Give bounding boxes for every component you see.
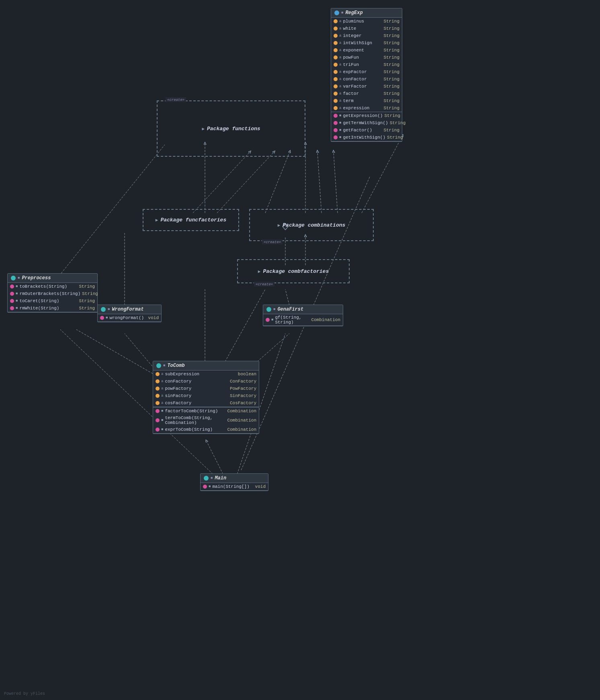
method-icon: [334, 128, 338, 132]
svg-line-17: [207, 442, 223, 474]
table-row: a factor String: [331, 90, 402, 97]
field-icon: [334, 99, 338, 103]
field-icon: [156, 394, 160, 398]
table-row: a varFactor String: [331, 83, 402, 90]
table-row: a subExpression boolean: [153, 370, 259, 378]
main-title: Main: [215, 475, 226, 481]
main-icon: [204, 476, 209, 481]
preprocess-icon: [11, 276, 16, 280]
table-row: a pluminus String: [331, 18, 402, 25]
method-icon: [10, 292, 14, 296]
wrongformat-icon: [101, 307, 106, 312]
regexp-title: RegExp: [345, 10, 362, 16]
svg-line-10: [225, 289, 265, 362]
method-icon: [156, 418, 160, 422]
field-icon: [334, 41, 338, 45]
svg-line-13: [285, 289, 289, 305]
table-row: ■ main(String[]) void: [201, 483, 268, 490]
table-row: ■ toBrackets(String) String: [8, 283, 97, 290]
field-icon: [334, 70, 338, 74]
method-icon: [203, 485, 207, 489]
table-row: ■ rmWhite(String) String: [8, 305, 97, 312]
table-row: a cosFactory CosFactory: [153, 399, 259, 407]
table-row: ■ rmOuterBrackets(String) String: [8, 290, 97, 297]
table-row: ■ factorToComb(String) Combination: [153, 407, 259, 415]
regexp-icon: [334, 10, 339, 15]
field-icon: [334, 19, 338, 23]
field-icon: [156, 387, 160, 391]
method-icon: [334, 114, 338, 118]
main-methods: ■ main(String[]) void: [201, 483, 268, 491]
svg-line-24: [265, 153, 289, 213]
field-icon: [156, 379, 160, 383]
genafirst-methods: ■ gf(String, String) Combination: [263, 314, 343, 326]
field-icon: [334, 77, 338, 81]
svg-line-6: [362, 137, 402, 213]
wrongformat-header: ■ WrongFormat: [98, 305, 161, 314]
table-row: a term String: [331, 97, 402, 104]
regexp-header: ■ RegExp: [331, 8, 402, 18]
table-row: ■ wrongFormat() void: [98, 314, 161, 321]
method-icon: [334, 121, 338, 125]
field-icon: [334, 48, 338, 52]
main-box: ■ Main ■ main(String[]) void: [200, 473, 268, 491]
field-icon: [156, 401, 160, 405]
table-row: ■ getExpression() String: [331, 112, 402, 119]
genafirst-header: ■ GenaFirst: [263, 305, 343, 314]
table-row: a sinFactory SinFactory: [153, 392, 259, 399]
field-icon: [334, 27, 338, 31]
tocomb-box: ■ ToComb a subExpression boolean a conFa…: [153, 361, 259, 434]
table-row: a conFactor String: [331, 76, 402, 83]
method-icon: [100, 316, 104, 320]
svg-line-23: [217, 153, 273, 213]
preprocess-header: ■ Preprocess: [8, 274, 97, 283]
tocomb-header: ■ ToComb: [153, 361, 259, 370]
genafirst-icon: [266, 307, 271, 312]
field-icon: [334, 63, 338, 67]
field-icon: [334, 106, 338, 110]
table-row: ■ exprToComb(String) Combination: [153, 426, 259, 433]
tocomb-fields: a subExpression boolean a conFactory Con…: [153, 370, 259, 407]
preprocess-title: Preprocess: [22, 275, 51, 281]
genafirst-box: ■ GenaFirst ■ gf(String, String) Combina…: [263, 305, 343, 326]
wrongformat-box: ■ WrongFormat ■ wrongFormat() void: [97, 305, 162, 322]
table-row: a integer String: [331, 32, 402, 39]
preprocess-methods: ■ toBrackets(String) String ■ rmOuterBra…: [8, 283, 97, 312]
table-row: a white String: [331, 25, 402, 32]
table-row: ■ getIntWithSign() String: [331, 134, 402, 141]
method-icon: [10, 285, 14, 289]
svg-line-26: [334, 153, 338, 213]
method-icon: [334, 135, 338, 139]
table-row: a powFun String: [331, 54, 402, 61]
regexp-methods: ■ getExpression() String ■ getTermWithSi…: [331, 112, 402, 141]
regexp-fields: a pluminus String a white String a integ…: [331, 18, 402, 112]
table-row: a expression String: [331, 104, 402, 112]
tocomb-title: ToComb: [167, 363, 184, 368]
table-row: ■ getTermWithSign() String: [331, 119, 402, 127]
svg-line-14: [257, 334, 289, 362]
svg-line-22: [193, 153, 249, 213]
method-icon: [266, 318, 270, 322]
table-row: ■ toCaret(String) String: [8, 297, 97, 305]
field-icon: [334, 34, 338, 38]
table-row: a triFun String: [331, 61, 402, 68]
field-icon: [334, 55, 338, 59]
pkg-functions-box: ▶ Package functions «create»: [157, 100, 305, 157]
method-icon: [10, 299, 14, 303]
regexp-box: ■ RegExp a pluminus String a white Strin…: [331, 8, 402, 142]
wrongformat-methods: ■ wrongFormat() void: [98, 314, 161, 322]
method-icon: [156, 409, 160, 413]
pkg-combinations-box: ▶ Package combinations «create»: [249, 209, 374, 241]
preprocess-box: ■ Preprocess ■ toBrackets(String) String…: [7, 273, 98, 313]
table-row: a expFactor String: [331, 68, 402, 76]
table-row: ■ gf(String, String) Combination: [263, 314, 343, 325]
tocomb-icon: [156, 363, 161, 368]
pkg-funcfactories-box: ▶ Package funcfactories: [143, 209, 239, 231]
table-row: a intWithSign String: [331, 39, 402, 47]
svg-line-25: [317, 153, 322, 213]
method-icon: [10, 306, 14, 310]
table-row: ■ getFactor() String: [331, 127, 402, 134]
genafirst-title: GenaFirst: [277, 307, 303, 312]
tocomb-methods: ■ factorToComb(String) Combination ■ ter…: [153, 407, 259, 434]
table-row: a conFactory ConFactory: [153, 378, 259, 385]
